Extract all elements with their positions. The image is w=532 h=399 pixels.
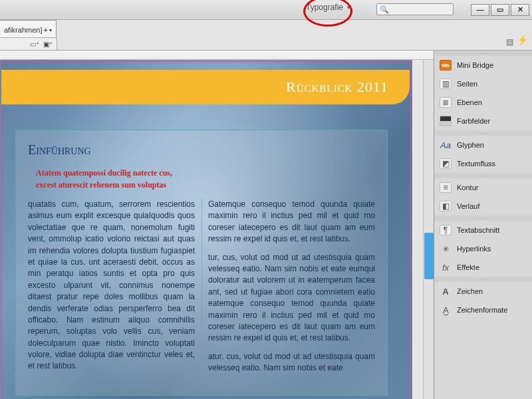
frame-fit-icon[interactable]: ▣⁺	[43, 41, 53, 48]
panel-farbfelder[interactable]: Farbfelder	[434, 112, 532, 130]
effects-icon: fx	[440, 262, 452, 273]
main-area: Rückblick 2011 Einführung Atatem quatemp…	[0, 51, 532, 399]
close-button[interactable]: ✕	[511, 4, 529, 16]
body-text: atur, cus, volut od mod ut ad utestisqui…	[208, 351, 375, 374]
charstyle-icon: A̲	[440, 305, 452, 315]
workspace-label: Typografie	[306, 3, 343, 12]
options-bar: afikrahmen] + ▾ ▭⁺ ▣⁺ ▤ ⚡	[0, 20, 532, 51]
panel-mini-bridge[interactable]: MbMini Bridge	[434, 56, 532, 74]
body-columns: quatatis cum, quatum, serrorem rescienti…	[28, 199, 375, 380]
panel-kontur[interactable]: ≡Kontur	[434, 178, 532, 197]
body-text: quatatis cum, quatum, serrorem rescienti…	[28, 199, 195, 372]
mini-bridge-icon: Mb	[440, 60, 452, 70]
panel-grip[interactable]	[434, 130, 532, 136]
panel-textumfluss[interactable]: ◩Textumfluss	[434, 154, 532, 173]
right-panel-dock: MbMini Bridge ▥Seiten ≣Ebenen Farbfelder…	[434, 51, 532, 399]
body-text: Gatemque consequo temod quunda quiate ma…	[208, 199, 375, 245]
panel-grip[interactable]	[434, 215, 532, 221]
panel-effekte[interactable]: fxEffekte	[434, 258, 532, 277]
titlebar: Typografie ▼ 🔍 — ▭ ✕	[0, 0, 532, 20]
vertical-scrollbar[interactable]	[423, 60, 434, 399]
textwrap-icon: ◩	[440, 158, 452, 169]
search-icon: 🔍	[380, 5, 389, 14]
scrollbar-thumb[interactable]	[424, 233, 434, 279]
panel-verlauf[interactable]: ◧Verlauf	[434, 197, 532, 215]
lead-paragraph: Atatem quatempossi ducilig natecte cus, …	[28, 167, 194, 191]
panel-grip[interactable]	[434, 277, 532, 282]
panel-hyperlinks[interactable]: ✳Hyperlinks	[434, 239, 532, 258]
panel-grip[interactable]	[434, 51, 532, 56]
panel-zeichenformate[interactable]: A̲Zeichenformate	[434, 301, 532, 319]
window-buttons: — ▭ ✕	[471, 4, 529, 16]
pages-icon: ▥	[440, 78, 452, 89]
frame-icon[interactable]: ▭⁺	[30, 41, 39, 48]
chevron-down-icon: ▼	[346, 5, 351, 11]
text-frame[interactable]: Einführung Atatem quatempossi ducilig na…	[15, 130, 388, 396]
search-input[interactable]: 🔍	[376, 3, 454, 15]
panel-grip[interactable]	[434, 173, 532, 178]
panel-textabschnitt[interactable]: ¶Textabschnitt	[434, 221, 532, 239]
page: Rückblick 2011 Einführung Atatem quatemp…	[0, 60, 412, 399]
minimize-button[interactable]: —	[471, 4, 489, 16]
character-icon: A	[440, 286, 452, 297]
horizontal-ruler	[0, 51, 434, 60]
intro-heading: Einführung	[28, 142, 375, 158]
panel-seiten[interactable]: ▥Seiten	[434, 74, 532, 93]
glyphs-icon: Aa	[440, 140, 452, 150]
story-icon: ¶	[440, 225, 452, 235]
panel-menu-icon[interactable]: ▤	[506, 37, 513, 47]
panel-zeichen[interactable]: AZeichen	[434, 282, 532, 301]
layers-icon: ≣	[440, 97, 452, 108]
maximize-button[interactable]: ▭	[491, 4, 509, 16]
page-header-title: Rückblick 2011	[286, 78, 388, 96]
toolbar-icons: ▭⁺ ▣⁺	[0, 37, 57, 51]
panel-glyphen[interactable]: AaGlyphen	[434, 136, 532, 154]
gradient-icon: ◧	[440, 201, 452, 211]
chevron-down-icon: ▾	[49, 27, 52, 33]
body-text: tur, cus, volut od mod ut ad utestisquia…	[208, 252, 375, 344]
workspace-switcher[interactable]: Typografie ▼	[306, 3, 351, 12]
bolt-icon[interactable]: ⚡	[517, 35, 528, 45]
panel-ebenen[interactable]: ≣Ebenen	[434, 93, 532, 112]
hyperlink-icon: ✳	[440, 243, 452, 254]
swatches-icon	[440, 116, 452, 126]
page-header-banner: Rückblick 2011	[1, 70, 410, 104]
stroke-icon: ≡	[440, 182, 452, 193]
document-canvas[interactable]: Rückblick 2011 Einführung Atatem quatemp…	[0, 51, 434, 399]
